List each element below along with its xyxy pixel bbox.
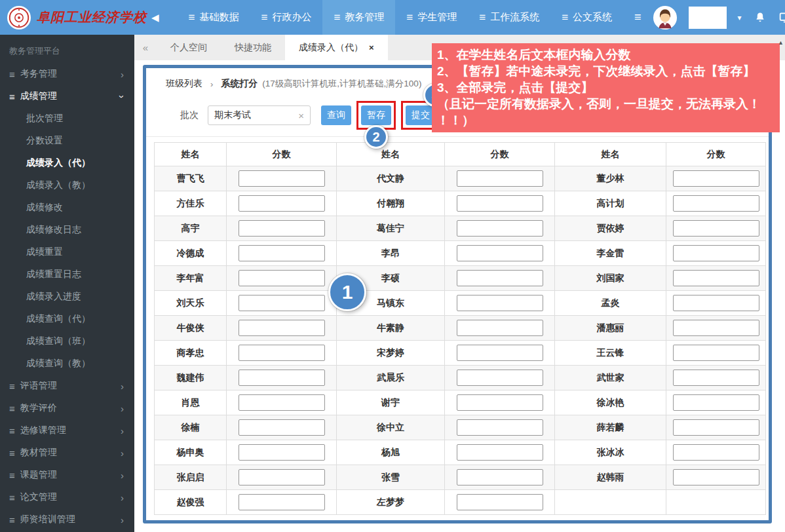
column-header: 分数 <box>666 143 766 166</box>
sidebar-item-成绩录入（教）[interactable]: 成绩录入（教） <box>0 174 134 197</box>
score-input[interactable] <box>457 345 543 361</box>
chevron-down-icon[interactable]: ▾ <box>738 13 742 22</box>
score-input[interactable] <box>673 444 759 461</box>
notifications-bell-icon[interactable] <box>753 10 767 25</box>
score-input[interactable] <box>239 370 325 386</box>
score-input[interactable] <box>457 469 543 485</box>
sidebar-item-课题管理[interactable]: ≡课题管理› <box>0 464 134 486</box>
score-cell <box>445 490 555 515</box>
scrollbar-up-icon[interactable]: ▲ <box>778 39 784 46</box>
sidebar-item-成绩查询（代）[interactable]: 成绩查询（代） <box>0 308 134 330</box>
sidebar-item-label: 成绩查询（班） <box>26 335 90 347</box>
tab-personal-space[interactable]: 个人空间 <box>157 35 221 60</box>
topbar: 阜阳工业经济学校 ◀ ≡基础数据≡行政办公≡教务管理≡学生管理≡工作流系统≡公文… <box>0 0 785 35</box>
menu-bars-icon: ≡ <box>9 492 15 503</box>
score-input[interactable] <box>673 370 759 386</box>
score-input[interactable] <box>673 270 759 286</box>
score-input[interactable] <box>457 220 543 237</box>
score-input[interactable] <box>239 320 325 336</box>
tab-score-entry[interactable]: 成绩录入（代） × <box>285 35 388 60</box>
score-input[interactable] <box>457 295 543 311</box>
sidebar-item-选修课管理[interactable]: ≡选修课管理› <box>0 419 134 442</box>
back-arrow-icon[interactable]: ◀ <box>151 12 159 24</box>
score-input[interactable] <box>673 295 759 311</box>
score-input[interactable] <box>239 270 325 286</box>
menu-bars-icon: ≡ <box>9 514 15 525</box>
score-input[interactable] <box>457 195 543 212</box>
student-name: 商孝忠 <box>155 341 227 366</box>
menu-bars-icon: ≡ <box>479 11 486 24</box>
score-input[interactable] <box>239 220 325 237</box>
score-input[interactable] <box>457 444 543 461</box>
score-input[interactable] <box>239 195 325 212</box>
score-input[interactable] <box>239 345 325 361</box>
score-input[interactable] <box>673 469 759 485</box>
sidebar-item-成绩查询（教）[interactable]: 成绩查询（教） <box>0 352 134 375</box>
score-input[interactable] <box>239 170 325 187</box>
sidebar-item-评语管理[interactable]: ≡评语管理› <box>0 375 134 397</box>
score-input[interactable] <box>239 494 325 510</box>
sidebar-item-成绩管理[interactable]: ≡成绩管理› <box>0 85 134 107</box>
score-input[interactable] <box>673 245 759 261</box>
score-input[interactable] <box>239 394 325 411</box>
score-input[interactable] <box>457 494 543 510</box>
nav-item-教务管理[interactable]: ≡教务管理 <box>322 0 395 35</box>
score-input[interactable] <box>673 345 759 361</box>
tabs-collapse-icon[interactable]: « <box>134 35 157 60</box>
score-input[interactable] <box>673 419 759 436</box>
score-input[interactable] <box>457 320 543 336</box>
score-input[interactable] <box>673 320 759 336</box>
tab-quick-functions[interactable]: 快捷功能 <box>221 35 285 60</box>
sidebar-item-成绩重置[interactable]: 成绩重置 <box>0 241 134 263</box>
score-input[interactable] <box>673 220 759 237</box>
score-cell <box>445 415 555 440</box>
score-input[interactable] <box>457 245 543 261</box>
nav-item-行政办公[interactable]: ≡行政办公 <box>250 0 322 35</box>
chevron-down-icon: › <box>117 95 128 98</box>
sidebar-item-成绩修改[interactable]: 成绩修改 <box>0 197 134 219</box>
score-input[interactable] <box>457 419 543 436</box>
sidebar-item-成绩录入（代）[interactable]: 成绩录入（代） <box>0 152 134 174</box>
sidebar-item-教学评价[interactable]: ≡教学评价› <box>0 397 134 419</box>
menu-bars-icon: ≡ <box>562 11 568 24</box>
batch-select[interactable]: 期末考试 × <box>208 105 311 125</box>
table-row: 冷德成李昂李金雷 <box>155 241 766 266</box>
score-input[interactable] <box>239 419 325 436</box>
avatar[interactable] <box>653 5 678 30</box>
sidebar-item-批次管理[interactable]: 批次管理 <box>0 107 134 130</box>
nav-item-基础数据[interactable]: ≡基础数据 <box>178 0 250 35</box>
score-input[interactable] <box>239 245 325 261</box>
sidebar-item-教材管理[interactable]: ≡教材管理› <box>0 442 134 464</box>
score-input[interactable] <box>457 394 543 411</box>
score-input[interactable] <box>239 444 325 461</box>
sidebar-item-考务管理[interactable]: ≡考务管理› <box>0 63 134 85</box>
nav-item-公文系统[interactable]: ≡公文系统 <box>550 0 623 35</box>
breadcrumb-class-list[interactable]: 班级列表 <box>166 78 202 90</box>
score-input[interactable] <box>457 370 543 386</box>
more-menu-icon[interactable]: ≡ <box>623 0 653 35</box>
sidebar-item-成绩重置日志[interactable]: 成绩重置日志 <box>0 263 134 286</box>
sidebar-item-成绩查询（班）[interactable]: 成绩查询（班） <box>0 330 134 352</box>
sidebar-item-label: 成绩录入（代） <box>26 157 90 169</box>
tab-close-icon[interactable]: × <box>369 43 374 52</box>
query-button[interactable]: 查询 <box>321 105 351 125</box>
nav-item-工作流系统[interactable]: ≡工作流系统 <box>468 0 550 35</box>
score-input[interactable] <box>673 170 759 187</box>
score-input[interactable] <box>673 394 759 411</box>
monitor-icon[interactable] <box>778 10 785 25</box>
score-input[interactable] <box>239 469 325 485</box>
score-input[interactable] <box>673 195 759 212</box>
score-input[interactable] <box>239 295 325 311</box>
sidebar-item-师资培训管理[interactable]: ≡师资培训管理› <box>0 508 134 531</box>
table-row: 商孝忠宋梦婷王云锋 <box>155 341 766 366</box>
score-input[interactable] <box>457 170 543 187</box>
nav-item-学生管理[interactable]: ≡学生管理 <box>395 0 468 35</box>
score-input[interactable] <box>457 270 543 286</box>
sidebar-item-成绩录入进度[interactable]: 成绩录入进度 <box>0 286 134 308</box>
sidebar-item-论文管理[interactable]: ≡论文管理› <box>0 486 134 508</box>
table-row: 刘天乐马镇东孟炎 <box>155 291 766 316</box>
sidebar-item-分数设置[interactable]: 分数设置 <box>0 130 134 152</box>
sidebar-item-成绩修改日志[interactable]: 成绩修改日志 <box>0 219 134 241</box>
clear-icon[interactable]: × <box>298 110 304 121</box>
save-draft-button[interactable]: 暂存 <box>361 105 391 125</box>
